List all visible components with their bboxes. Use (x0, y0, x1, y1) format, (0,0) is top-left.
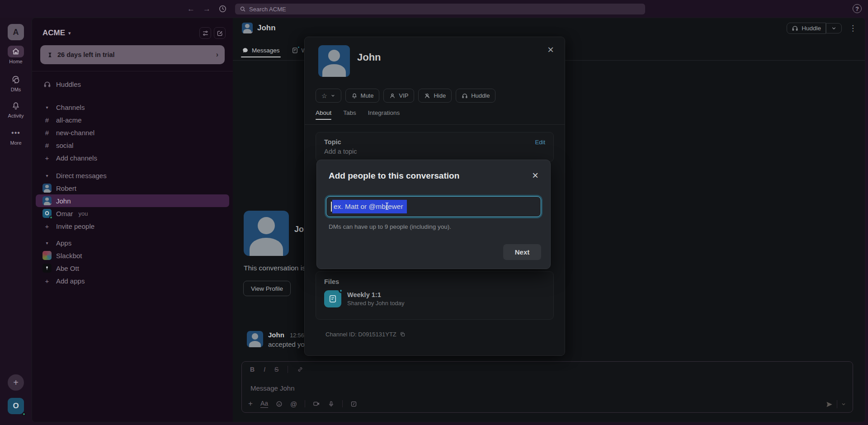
vip-button[interactable]: VIP (383, 89, 414, 103)
sidebar-dm-omar[interactable]: O Omar you (32, 207, 233, 220)
channels-section-header[interactable]: ▾ Channels (32, 101, 233, 113)
sidebar-dm-robert[interactable]: Robert (32, 182, 233, 194)
modal-helper-text: DMs can have up to 9 people (including y… (329, 223, 451, 230)
tab-about[interactable]: About (316, 109, 331, 122)
headphones-icon (42, 80, 52, 88)
trial-chevron-icon: › (216, 51, 218, 59)
formatting-toggle-icon[interactable]: Aa (260, 400, 268, 407)
tab-messages[interactable]: Messages (242, 47, 280, 60)
strikethrough-icon[interactable]: S (274, 366, 278, 373)
files-label: Files (324, 278, 545, 285)
apps-section-header[interactable]: ▾ Apps (32, 236, 233, 249)
headphones-icon (462, 93, 468, 99)
trial-banner[interactable]: 26 days left in trial › (40, 45, 225, 64)
avatar (42, 196, 52, 205)
sidebar-app-abe-ott[interactable]: Abe Ott (32, 262, 233, 274)
files-card: Files Weekly 1:1 Shared by John today (316, 271, 554, 320)
section-caret-icon: ▾ (42, 173, 52, 178)
copy-icon[interactable] (400, 331, 406, 337)
person-slash-icon (424, 93, 430, 99)
send-options-chevron-icon[interactable] (841, 401, 846, 407)
sidebar-item-huddles[interactable]: Huddles (32, 78, 233, 90)
attach-plus-icon[interactable]: + (248, 399, 253, 408)
compose-icon[interactable] (214, 27, 226, 39)
topic-edit-link[interactable]: Edit (535, 139, 545, 146)
add-apps-button[interactable]: + Add apps (32, 274, 233, 287)
hide-button[interactable]: Hide (418, 89, 452, 103)
huddle-label: Huddle (802, 25, 821, 32)
search-input[interactable]: Search ACME (235, 4, 645, 14)
add-workspace-button[interactable]: + (8, 374, 24, 391)
add-channels-label: Add channels (56, 154, 97, 162)
people-search-input[interactable]: ex. Matt or @mbrewer (326, 196, 541, 217)
rail-item-home[interactable]: Home (0, 46, 32, 64)
file-title: Weekly 1:1 (347, 291, 404, 298)
history-clock-icon[interactable] (218, 5, 227, 13)
send-divider (837, 400, 837, 408)
tab-tabs[interactable]: Tabs (343, 109, 356, 122)
panel-huddle-label: Huddle (471, 92, 490, 99)
rail-item-more[interactable]: ••• More (0, 127, 32, 146)
filter-sliders-icon[interactable] (199, 27, 211, 39)
tabs-divider (305, 124, 565, 125)
hash-icon: # (42, 116, 52, 124)
slackbot-icon (42, 251, 52, 260)
huddle-button[interactable]: Huddle (787, 23, 826, 34)
bold-icon[interactable]: B (250, 366, 255, 373)
star-button[interactable]: ☆ (316, 89, 341, 103)
activity-bell-icon (8, 100, 24, 112)
workspace-avatar[interactable]: A (8, 24, 24, 40)
italic-icon[interactable]: I (264, 366, 265, 373)
rail-item-activity[interactable]: Activity (0, 100, 32, 118)
sidebar-channel-social[interactable]: # social (32, 139, 233, 151)
panel-close-icon[interactable]: × (547, 43, 554, 56)
file-item[interactable]: Weekly 1:1 Shared by John today (324, 290, 545, 307)
sidebar-dm-john[interactable]: John (36, 194, 229, 207)
invite-people-button[interactable]: + Invite people (32, 220, 233, 232)
person-icon (389, 93, 396, 99)
message-author[interactable]: John (268, 331, 284, 339)
tab-integrations[interactable]: Integrations (368, 109, 400, 122)
sidebar-channel-all-acme[interactable]: # all-acme (32, 113, 233, 126)
home-icon (8, 46, 24, 57)
chat-bubble-icon (242, 47, 249, 54)
next-button[interactable]: Next (503, 244, 541, 260)
topic-value[interactable]: Add a topic (324, 148, 545, 155)
kebab-menu-icon[interactable]: ⋮ (849, 24, 857, 33)
link-icon[interactable] (297, 366, 303, 373)
sidebar-channel-new-channel[interactable]: # new-channel (32, 126, 233, 139)
view-profile-button[interactable]: View Profile (243, 281, 291, 296)
video-icon[interactable] (313, 400, 320, 407)
mute-button[interactable]: Mute (345, 89, 380, 103)
workspace-name[interactable]: ACME (42, 28, 65, 38)
history-back-icon[interactable]: ← (187, 5, 195, 13)
dms-section-header[interactable]: ▾ Direct messages (32, 169, 233, 182)
sidebar-header: ACME ▾ (32, 18, 233, 42)
top-bar: ← → Search ACME ? (0, 0, 868, 18)
sidebar-app-slackbot[interactable]: Slackbot (32, 249, 233, 262)
conversation-title[interactable]: John (257, 24, 276, 33)
hash-icon: # (42, 142, 52, 149)
avatar[interactable] (242, 23, 253, 33)
invite-people-label: Invite people (56, 222, 94, 230)
huddle-chevron-button[interactable] (826, 23, 842, 33)
emoji-icon[interactable] (276, 401, 283, 407)
rail-item-dms[interactable]: DMs (0, 74, 32, 92)
panel-huddle-button[interactable]: Huddle (456, 89, 495, 103)
mic-icon[interactable] (328, 401, 335, 407)
input-placeholder-selected: ex. Matt or @mbrewer (332, 200, 407, 213)
send-icon[interactable] (826, 401, 833, 408)
user-avatar[interactable]: O (8, 398, 24, 414)
mention-icon[interactable]: @ (290, 400, 297, 408)
huddles-label: Huddles (56, 80, 81, 88)
modal-close-icon[interactable]: × (532, 169, 538, 182)
message-composer[interactable]: B I S Message John + Aa @ (241, 361, 853, 413)
shortcuts-icon[interactable] (350, 401, 357, 407)
app-label: Abe Ott (56, 264, 79, 272)
avatar[interactable] (247, 331, 263, 347)
profile-avatar (318, 45, 350, 77)
help-icon[interactable]: ? (853, 4, 862, 13)
add-channels-button[interactable]: + Add channels (32, 151, 233, 164)
history-forward-icon[interactable]: → (203, 5, 211, 13)
composer-placeholder[interactable]: Message John (250, 384, 295, 392)
